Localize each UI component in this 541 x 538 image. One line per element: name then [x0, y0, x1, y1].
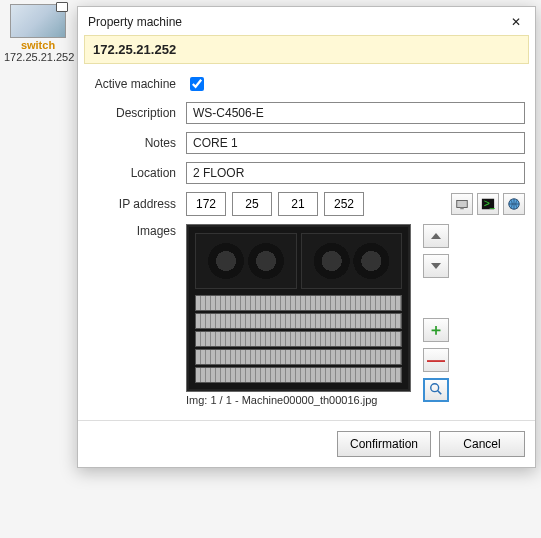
image-zoom-button[interactable]	[423, 378, 449, 402]
description-input[interactable]	[186, 102, 525, 124]
svg-text:>_: >_	[484, 197, 495, 209]
label-active: Active machine	[88, 77, 186, 91]
label-notes: Notes	[88, 136, 186, 150]
property-machine-dialog: Property machine ✕ 172.25.21.252 Active …	[77, 6, 536, 468]
dialog-title: Property machine	[88, 15, 182, 29]
close-icon[interactable]: ✕	[507, 15, 525, 29]
confirmation-button[interactable]: Confirmation	[337, 431, 431, 457]
desktop-icon-ip: 172.25.21.252	[4, 51, 72, 63]
minus-icon: —	[427, 355, 445, 366]
image-caption: Img: 1 / 1 - Machine00000_th00016.jpg	[186, 394, 423, 406]
dialog-footer: Confirmation Cancel	[78, 420, 535, 467]
chevron-down-icon	[431, 263, 441, 269]
web-button[interactable]	[503, 193, 525, 215]
ping-button[interactable]	[451, 193, 473, 215]
header-ip-banner: 172.25.21.252	[84, 35, 529, 64]
svg-rect-0	[457, 201, 468, 208]
desktop-icon-name: switch	[4, 39, 72, 51]
svg-rect-1	[460, 208, 464, 210]
active-checkbox[interactable]	[190, 77, 204, 91]
chevron-up-icon	[431, 233, 441, 239]
notes-input[interactable]	[186, 132, 525, 154]
label-images: Images	[88, 224, 186, 238]
image-up-button[interactable]	[423, 224, 449, 248]
label-description: Description	[88, 106, 186, 120]
image-remove-button[interactable]: —	[423, 348, 449, 372]
titlebar: Property machine ✕	[78, 7, 535, 35]
cancel-button[interactable]: Cancel	[439, 431, 525, 457]
ip-octet-4[interactable]	[324, 192, 364, 216]
rack-illustration	[189, 227, 408, 389]
location-input[interactable]	[186, 162, 525, 184]
svg-line-6	[438, 390, 442, 394]
ip-octet-1[interactable]	[186, 192, 226, 216]
label-location: Location	[88, 166, 186, 180]
switch-thumbnail	[10, 4, 66, 38]
machine-image-preview[interactable]	[186, 224, 411, 392]
desktop-switch-icon[interactable]: switch 172.25.21.252	[4, 4, 72, 63]
svg-point-5	[431, 383, 439, 391]
ip-octet-2[interactable]	[232, 192, 272, 216]
ip-octet-3[interactable]	[278, 192, 318, 216]
magnifier-icon	[429, 382, 443, 399]
plus-icon: ＋	[428, 322, 444, 338]
terminal-button[interactable]: >_	[477, 193, 499, 215]
label-ip: IP address	[88, 197, 186, 211]
image-add-button[interactable]: ＋	[423, 318, 449, 342]
image-down-button[interactable]	[423, 254, 449, 278]
